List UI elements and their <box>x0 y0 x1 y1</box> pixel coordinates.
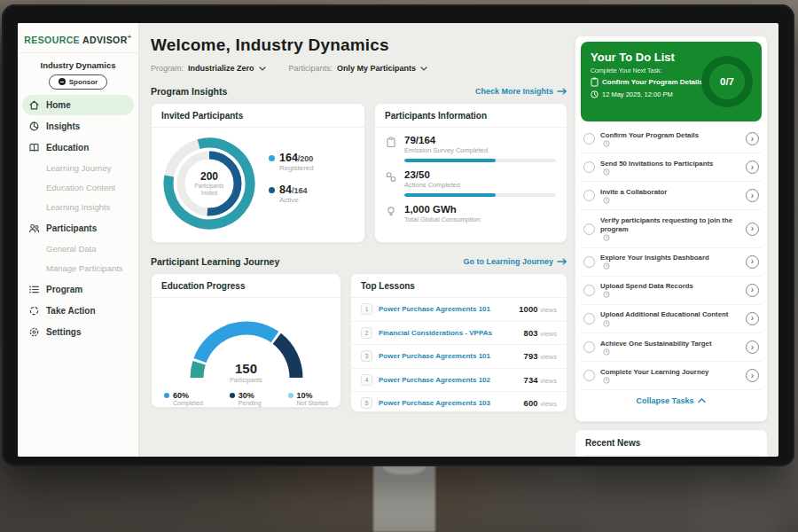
invited-participants-card: Invited Participants 200 Participants In… <box>151 103 365 243</box>
participants-information-title: Participants Information <box>375 104 567 128</box>
invited-total-label: Participants Invited <box>186 183 232 197</box>
task-checkbox[interactable] <box>583 370 595 381</box>
legend-dot <box>269 155 275 161</box>
task-row[interactable]: Send 50 Invitations to Participants› <box>581 153 762 182</box>
task-chevron-button[interactable]: › <box>746 312 759 325</box>
task-checkbox[interactable] <box>583 223 595 235</box>
sidebar-item-home[interactable]: Home <box>22 95 134 115</box>
participants-value: Only My Participants <box>337 64 416 73</box>
invited-total: 200 <box>200 170 218 183</box>
program-value: Industrialize Zero <box>188 64 254 73</box>
sidebar: RESOURCE ADVISOR+ Industry Dynamics Spon… <box>18 23 139 457</box>
task-chevron-button[interactable]: › <box>746 369 759 382</box>
task-row[interactable]: Invite a Collaborator› <box>581 182 762 210</box>
task-chevron-button[interactable]: › <box>746 132 759 145</box>
learning-journey-header: Participant Learning Journey Go to Learn… <box>151 256 567 267</box>
task-chevron-button[interactable]: › <box>746 189 759 202</box>
education-legend-item: 60%Completed <box>164 391 203 406</box>
clipboard-icon <box>591 77 598 87</box>
task-row[interactable]: Complete Your Learning Journey› <box>581 362 762 390</box>
legend-dot <box>230 393 235 398</box>
task-checkbox[interactable] <box>583 285 595 296</box>
task-checkbox[interactable] <box>583 161 595 173</box>
task-checkbox[interactable] <box>583 133 595 145</box>
sidebar-item-settings[interactable]: Settings <box>22 322 134 342</box>
education-legend-item: 10%Not Started <box>288 391 328 406</box>
task-row[interactable]: Confirm Your Program Details› <box>581 125 762 153</box>
check-more-insights-link[interactable]: Check More Insights <box>475 87 567 96</box>
task-checkbox[interactable] <box>583 190 595 201</box>
program-icon <box>28 284 40 295</box>
program-dropdown[interactable]: Program: Industrialize Zero <box>151 64 266 73</box>
legend-dot <box>288 393 293 398</box>
task-chevron-button[interactable]: › <box>746 160 759 174</box>
task-checkbox[interactable] <box>583 256 595 268</box>
todo-next-task: Confirm Your Program Details <box>602 78 703 86</box>
lesson-link[interactable]: Power Purchase Agreements 102 <box>379 376 518 384</box>
sponsor-icon <box>59 78 66 85</box>
sidebar-item-take-action[interactable]: Take Action <box>22 301 134 321</box>
sidebar-item-insights[interactable]: Insights <box>22 116 134 137</box>
sidebar-subitem-manage-participants[interactable]: Manage Participants <box>22 259 134 278</box>
program-insights-title: Program Insights <box>151 86 227 97</box>
lesson-row[interactable]: 1Power Purchase Agreements 1011000 views <box>351 298 567 322</box>
invited-participants-title: Invited Participants <box>152 104 364 128</box>
sidebar-item-label: Education <box>46 143 89 153</box>
sidebar-subitem-education-content[interactable]: Education Content <box>22 178 134 198</box>
sidebar-subitem-general-data[interactable]: General Data <box>22 239 134 259</box>
task-row[interactable]: Verify participants requesting to join t… <box>581 210 762 247</box>
lesson-link[interactable]: Power Purchase Agreements 101 <box>379 352 518 360</box>
sidebar-item-program[interactable]: Program <box>22 279 134 300</box>
sidebar-item-label: Home <box>46 100 71 110</box>
task-row[interactable]: Explore Your Insights Dashboard› <box>581 248 762 277</box>
go-to-learning-journey-link[interactable]: Go to Learning Journey <box>463 257 567 266</box>
task-chevron-button[interactable]: › <box>746 223 759 236</box>
invited-donut-chart: 200 Participants Invited <box>157 131 262 236</box>
monitor-stand <box>373 458 435 532</box>
education-legend: 60%Completed30%Pending10%Not Started <box>152 383 340 406</box>
sidebar-subitem-learning-insights[interactable]: Learning Insights <box>22 198 134 217</box>
settings-icon <box>28 326 40 338</box>
lesson-rank: 3 <box>361 350 372 362</box>
progress-bar <box>404 159 556 162</box>
take-action-icon <box>28 305 40 317</box>
task-checkbox[interactable] <box>583 313 595 325</box>
lesson-rank: 5 <box>361 397 372 409</box>
participants-dropdown[interactable]: Participants: Only My Participants <box>289 64 428 73</box>
progress-bar <box>404 193 556 197</box>
sidebar-item-education[interactable]: Education <box>22 137 134 158</box>
education-gauge-chart: 150 Participants <box>176 307 317 383</box>
sidebar-item-participants[interactable]: Participants <box>22 218 134 239</box>
task-chevron-button[interactable]: › <box>746 255 759 269</box>
todo-panel: Your To Do List Complete Your Next Task:… <box>575 35 768 422</box>
lesson-row[interactable]: 5Power Purchase Agreements 103600 views <box>351 392 567 415</box>
task-row[interactable]: Achieve One Sustainability Target› <box>581 333 762 362</box>
info-row: 1,000 GWhTotal Global Consumption <box>375 197 567 223</box>
gauge-total-label: Participants <box>176 377 317 383</box>
task-chevron-button[interactable]: › <box>746 284 759 297</box>
program-label: Program: <box>151 64 184 73</box>
todo-progress-ring: 0/7 <box>701 56 753 107</box>
participants-label: Participants: <box>289 64 333 73</box>
task-chevron-button[interactable]: › <box>746 340 759 354</box>
task-checkbox[interactable] <box>583 341 595 353</box>
filter-row: Program: Industrialize Zero Participants… <box>151 64 575 73</box>
chevron-up-icon <box>698 398 706 403</box>
lesson-row[interactable]: 3Power Purchase Agreements 101793 views <box>351 345 567 369</box>
lesson-link[interactable]: Power Purchase Agreements 103 <box>379 399 518 407</box>
invited-legend-item: 164/200Registered <box>269 152 314 172</box>
collapse-tasks-link[interactable]: Collapse Tasks <box>581 396 762 405</box>
task-row[interactable]: Upload Additional Educational Content› <box>581 305 762 333</box>
lesson-row[interactable]: 4Power Purchase Agreements 102734 views <box>351 369 567 393</box>
todo-due-date: 12 May 2025, 12:00 PM <box>602 90 673 98</box>
lesson-link[interactable]: Financial Considerations - VPPAs <box>379 329 518 337</box>
survey-icon <box>386 135 397 162</box>
page-title: Welcome, Industry Dynamics <box>151 35 575 55</box>
lesson-link[interactable]: Power Purchase Agreements 101 <box>379 305 512 313</box>
gauge-total: 150 <box>176 361 317 376</box>
task-row[interactable]: Upload Spend Data Records› <box>581 277 762 305</box>
education-legend-item: 30%Pending <box>230 391 262 406</box>
sidebar-subitem-learning-journey[interactable]: Learning Journey <box>22 159 134 178</box>
info-row: 79/164Emission Survey Completed <box>375 128 567 162</box>
lesson-row[interactable]: 2Financial Considerations - VPPAs803 vie… <box>351 322 567 346</box>
